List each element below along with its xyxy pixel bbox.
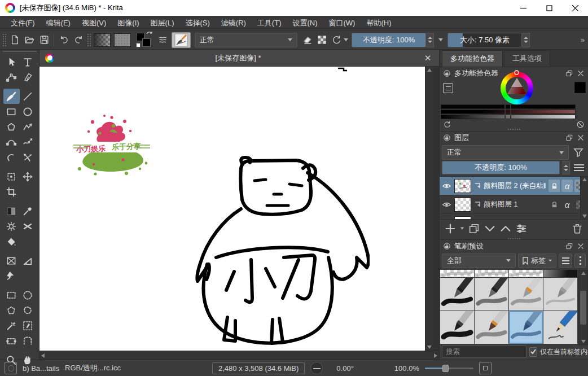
tool-polygon[interactable] bbox=[3, 119, 20, 134]
color-history-strip[interactable] bbox=[441, 104, 576, 109]
float-docker-icon[interactable] bbox=[565, 69, 573, 77]
toolbar-drag-handle[interactable] bbox=[87, 33, 91, 47]
document-close-icon[interactable]: ✕ bbox=[422, 53, 433, 63]
toolbar-overflow-button[interactable]: » bbox=[578, 36, 587, 44]
layer-alpha-lock[interactable]: α bbox=[561, 180, 573, 192]
menu-item-4[interactable]: 图像(I) bbox=[112, 16, 144, 30]
tool-text[interactable] bbox=[20, 54, 36, 69]
docker-lock-icon[interactable] bbox=[443, 242, 451, 250]
tool-multibrush[interactable] bbox=[20, 150, 36, 165]
brush-preset-ink-pen-brush[interactable] bbox=[475, 278, 508, 311]
tool-dynamic-brush[interactable] bbox=[3, 150, 20, 165]
canvas-rotation-icon[interactable] bbox=[310, 362, 323, 374]
default-colors-swatch[interactable] bbox=[136, 43, 141, 47]
add-layer-dropdown-icon[interactable] bbox=[460, 228, 464, 230]
layer-opacity-slider[interactable]: 不透明度: 100% bbox=[442, 161, 560, 174]
layer-visible-icon[interactable] bbox=[442, 181, 451, 191]
brush-preset-watercolor-brush[interactable] bbox=[509, 311, 543, 344]
undo-button[interactable] bbox=[56, 33, 71, 47]
layer-lock-icon[interactable] bbox=[548, 180, 560, 192]
document-subwindow-titlebar[interactable]: [未保存图像] * ✕ bbox=[40, 50, 439, 67]
close-docker-icon[interactable] bbox=[577, 134, 585, 142]
reload-preset-button[interactable] bbox=[329, 33, 344, 47]
tool-select-freehand[interactable] bbox=[20, 303, 36, 318]
status-color-profile[interactable]: RGB/透明...rc.icc bbox=[65, 363, 121, 373]
menu-item-10[interactable]: 窗口(W) bbox=[324, 16, 361, 30]
tool-pattern-edit[interactable] bbox=[3, 218, 20, 234]
eraser-mode-button[interactable] bbox=[300, 33, 314, 47]
pattern-chooser[interactable] bbox=[114, 33, 131, 47]
canvas[interactable]: 小刀娱乐 乐于分享 bbox=[40, 67, 425, 351]
minimize-button[interactable] bbox=[510, 0, 536, 16]
brush-preset-pencil-blue[interactable] bbox=[543, 311, 577, 344]
tool-select-outline[interactable] bbox=[3, 333, 20, 348]
tab-advanced-color-selector[interactable]: 多功能拾色器 bbox=[442, 50, 503, 67]
brush-size-spinner[interactable] bbox=[522, 33, 530, 47]
tool-smart-patch[interactable] bbox=[20, 218, 36, 234]
layer-properties-button[interactable] bbox=[515, 222, 528, 235]
edit-brush-settings-button[interactable] bbox=[172, 32, 191, 48]
brush-preset-airbrush-soft[interactable] bbox=[440, 270, 474, 277]
selection-mode-icon[interactable] bbox=[5, 362, 17, 374]
tool-move[interactable] bbox=[20, 169, 36, 184]
opacity-spinner[interactable] bbox=[426, 33, 434, 47]
zoom-slider[interactable] bbox=[425, 364, 473, 372]
gradient-chooser[interactable] bbox=[94, 33, 111, 47]
layer-visible-icon[interactable] bbox=[442, 200, 451, 209]
tool-bezier-curve[interactable] bbox=[3, 134, 20, 150]
fit-to-view-button[interactable] bbox=[479, 362, 492, 374]
docker-lock-icon[interactable] bbox=[443, 69, 451, 77]
zoom-slider-handle[interactable] bbox=[442, 365, 449, 372]
color-selector-settings-button[interactable] bbox=[443, 83, 453, 93]
brush-preset-ink-pen-fine[interactable] bbox=[509, 278, 543, 311]
duplicate-layer-button[interactable] bbox=[468, 222, 480, 235]
background-color-swatch[interactable] bbox=[142, 38, 151, 47]
canvas-vertical-scrollbar[interactable] bbox=[425, 67, 433, 351]
brush-preset-airbrush-linear[interactable] bbox=[475, 270, 508, 277]
tool-select-ellipse[interactable] bbox=[20, 287, 36, 303]
presets-menu-button[interactable] bbox=[559, 253, 572, 268]
layer-blending-mode-dropdown[interactable]: 正常 bbox=[442, 145, 569, 160]
float-docker-icon[interactable] bbox=[565, 134, 573, 142]
chevron-down-icon[interactable] bbox=[344, 38, 348, 41]
menu-item-6[interactable]: 选择(S) bbox=[180, 16, 214, 30]
tool-select-similar[interactable] bbox=[3, 318, 20, 333]
move-layer-down-button[interactable] bbox=[484, 222, 496, 235]
layer-visible-icon[interactable] bbox=[442, 218, 451, 220]
move-layer-up-button[interactable] bbox=[499, 222, 512, 235]
redo-button[interactable] bbox=[71, 33, 86, 47]
close-docker-icon[interactable] bbox=[577, 242, 585, 250]
tool-select-bezier[interactable] bbox=[20, 318, 36, 333]
new-document-button[interactable] bbox=[7, 33, 22, 47]
opacity-slider[interactable]: 不透明度: 100% bbox=[352, 33, 426, 47]
tool-edit-shapes[interactable] bbox=[3, 69, 20, 85]
search-in-tag-checkbox[interactable] bbox=[529, 347, 537, 357]
menu-item-1[interactable]: 文件(F) bbox=[6, 16, 40, 30]
menu-item-7[interactable]: 滤镜(R) bbox=[216, 16, 251, 30]
tool-select-rect[interactable] bbox=[3, 287, 20, 303]
scroll-down-icon[interactable] bbox=[581, 340, 586, 343]
brush-search-input[interactable] bbox=[442, 346, 526, 358]
hue-indicator[interactable] bbox=[514, 70, 519, 75]
layer-list-scrollbar[interactable] bbox=[580, 177, 588, 219]
canvas-horizontal-scrollbar[interactable] bbox=[40, 351, 439, 360]
chevron-down-icon[interactable] bbox=[438, 38, 443, 41]
tool-pointer[interactable] bbox=[3, 54, 20, 69]
open-document-button[interactable] bbox=[22, 33, 37, 47]
tool-select-polygon[interactable] bbox=[3, 303, 20, 318]
brush-tag-filter-dropdown[interactable]: 全部 bbox=[442, 253, 516, 268]
scroll-left-icon[interactable] bbox=[41, 353, 45, 358]
tool-ellipse[interactable] bbox=[20, 104, 36, 119]
layer-row-paint-layer-2[interactable]: 颜料图层 2 (来自粘贴) α bbox=[440, 177, 588, 195]
tool-rectangle[interactable] bbox=[3, 104, 20, 119]
layer-row-paint-layer-1[interactable]: 颜料图层 1 α bbox=[440, 195, 588, 214]
brush-preset-ink-pen-precise[interactable] bbox=[543, 278, 577, 311]
tool-color-picker[interactable] bbox=[20, 203, 36, 218]
add-layer-button[interactable] bbox=[444, 222, 457, 235]
maximize-button[interactable] bbox=[536, 0, 562, 16]
menu-item-5[interactable]: 图层(L) bbox=[146, 16, 179, 30]
tool-crop[interactable] bbox=[3, 184, 20, 199]
close-docker-icon[interactable] bbox=[577, 69, 585, 77]
layer-onion-icon[interactable] bbox=[474, 182, 481, 189]
menu-item-3[interactable]: 视图(V) bbox=[77, 16, 111, 30]
